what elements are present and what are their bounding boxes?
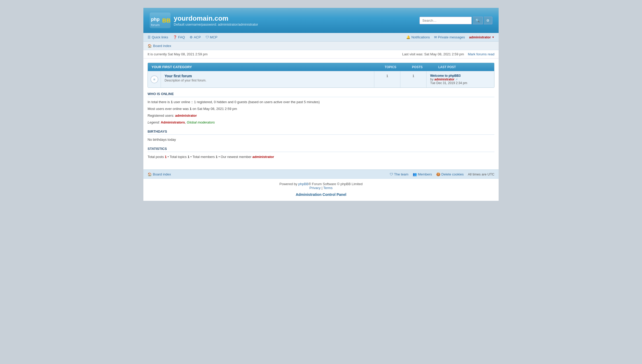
- search-form: 🔍 ⚙: [419, 17, 492, 24]
- hamburger-icon: ☰: [148, 35, 151, 39]
- envelope-icon: ✉: [434, 35, 437, 39]
- notifications-link[interactable]: 🔔 Notifications: [406, 35, 430, 39]
- registered-users-label: Registered users:: [148, 114, 175, 118]
- category-header: YOUR FIRST CATEGORY TOPICS POSTS LAST PO…: [148, 63, 494, 71]
- last-post-date: Tue Dec 31, 2019 2:34 pm: [430, 81, 467, 85]
- phpbb-link[interactable]: phpBB: [298, 182, 308, 186]
- total-posts-count: 1: [165, 155, 167, 159]
- terms-link[interactable]: Terms: [323, 186, 332, 190]
- total-line-rest: user online :: 1 registered, 0 hidden an…: [173, 100, 320, 104]
- acp-link[interactable]: ⚙ ACP: [190, 35, 201, 39]
- last-post-cell: Welcome to phpBB3 by administrator ↗ Tue…: [426, 71, 494, 87]
- forum-name: Your first forum: [165, 74, 370, 78]
- current-time: It is currently Sat May 08, 2021 2:59 pm: [148, 52, 208, 56]
- separator: |: [322, 186, 323, 190]
- admin-control-panel-link[interactable]: Administration Control Panel: [296, 192, 346, 197]
- who-is-online-title: WHO IS ONLINE: [148, 92, 494, 97]
- main-content: YOUR FIRST CATEGORY TOPICS POSTS LAST PO…: [143, 58, 499, 165]
- last-post-by-label: by: [430, 78, 434, 81]
- site-title-block: yourdomain.com Default username/password…: [174, 14, 258, 26]
- shield-icon: 🛡: [206, 35, 209, 39]
- private-messages-link[interactable]: ✉ Private messages: [434, 35, 465, 39]
- last-post-title-link[interactable]: Welcome to phpBB3: [430, 74, 460, 78]
- powered-by-label: Powered by: [279, 182, 298, 186]
- members-link[interactable]: 👥 Members: [413, 172, 432, 176]
- birthdays-content: No birthdays today: [148, 137, 494, 143]
- newest-member-label: • Our newest member: [218, 155, 252, 159]
- breadcrumb-bar: 🏠 Board index: [143, 42, 499, 50]
- navbar-left: ☰ Quick links ❓ FAQ ⚙ ACP 🛡 MCP: [148, 35, 218, 39]
- advanced-search-button[interactable]: ⚙: [484, 17, 492, 24]
- most-users-prefix: Most users ever online was: [148, 107, 190, 111]
- footer-board-index-link[interactable]: 🏠 Board index: [148, 172, 171, 176]
- phpbb-logo: php forum BB: [150, 13, 171, 28]
- total-members-label: • Total members: [189, 155, 215, 159]
- last-post-col-header: LAST POST: [438, 65, 491, 69]
- posts-col-header: POSTS: [412, 65, 423, 69]
- footer-links: Powered by phpBB® Forum Software © phpBB…: [143, 179, 499, 191]
- last-visit-text: Last visit was: Sat May 08, 2021 2:59 pm: [402, 52, 464, 56]
- mark-forums-read-link[interactable]: Mark forums read: [468, 52, 494, 56]
- current-username: administrator: [469, 35, 491, 39]
- faq-link[interactable]: ❓ FAQ: [173, 35, 185, 39]
- logo-section: php forum BB yourdomain.com Default user…: [150, 13, 258, 28]
- birthdays-title: BIRTHDAYS: [148, 130, 494, 135]
- forum-icon-cell: ≡: [148, 71, 161, 87]
- footer-admin: Administration Control Panel: [143, 191, 499, 201]
- registered-users-line: Registered users: administrator: [148, 113, 494, 119]
- column-headers: TOPICS POSTS LAST POST: [385, 65, 491, 69]
- cookie-icon: 🍪: [436, 172, 440, 176]
- registered-user-link[interactable]: administrator: [175, 114, 197, 118]
- posts-count-cell: 1: [400, 71, 426, 87]
- gear-icon: ⚙: [190, 35, 193, 39]
- legend-line: Legend: Administrators, Global moderator…: [148, 120, 494, 125]
- total-posts-label: Total posts: [148, 155, 165, 159]
- forum-description: Description of your first forum.: [165, 79, 370, 82]
- privacy-link[interactable]: Privacy: [310, 186, 321, 190]
- site-tagline: Default username/password: administrator…: [174, 22, 258, 26]
- bell-icon: 🔔: [406, 35, 410, 39]
- who-is-online-content: In total there is 1 user online :: 1 reg…: [148, 99, 494, 105]
- footer-nav: 🏠 Board index 🛡 The team 👥 Members 🍪 Del…: [143, 169, 499, 179]
- view-post-icon[interactable]: ↗: [455, 78, 458, 81]
- newest-member-link[interactable]: administrator: [252, 155, 274, 159]
- powered-rest: ® Forum Software © phpBB Limited: [308, 182, 363, 186]
- footer-right: 🛡 The team 👥 Members 🍪 Delete cookies Al…: [390, 172, 494, 176]
- category-title: YOUR FIRST CATEGORY: [151, 65, 192, 69]
- global-moderators-link[interactable]: Global moderators: [187, 120, 215, 124]
- topics-col-header: TOPICS: [385, 65, 396, 69]
- members-icon: 👥: [413, 172, 417, 176]
- all-times-text: All times are UTC: [468, 172, 494, 176]
- navbar: ☰ Quick links ❓ FAQ ⚙ ACP 🛡 MCP 🔔 Notifi…: [143, 33, 499, 42]
- chevron-down-icon: ▼: [492, 36, 494, 39]
- forum-list-icon: ≡: [153, 77, 155, 81]
- category-block: YOUR FIRST CATEGORY TOPICS POSTS LAST PO…: [148, 63, 494, 88]
- total-topics-label: • Total topics: [167, 155, 188, 159]
- footer-home-icon: 🏠: [148, 172, 152, 176]
- last-visit-section: Last visit was: Sat May 08, 2021 2:59 pm…: [402, 52, 494, 56]
- forum-name-link[interactable]: Your first forum: [165, 74, 192, 78]
- total-members-count: 1: [216, 155, 218, 159]
- quick-links-menu[interactable]: ☰ Quick links: [148, 35, 168, 39]
- delete-cookies-link[interactable]: 🍪 Delete cookies: [436, 172, 464, 176]
- forum-info: Your first forum Description of your fir…: [161, 71, 374, 87]
- mcp-link[interactable]: 🛡 MCP: [206, 35, 218, 39]
- total-line-prefix: In total there is: [148, 100, 171, 104]
- search-input[interactable]: [419, 17, 472, 24]
- team-icon: 🛡: [390, 172, 393, 176]
- forum-icon: ≡: [150, 75, 158, 83]
- statistics-content: Total posts 1 • Total topics 1 • Total m…: [148, 154, 494, 160]
- administrators-link[interactable]: Administrators: [161, 120, 185, 124]
- home-icon: 🏠: [148, 44, 152, 48]
- svg-text:BB: BB: [162, 17, 171, 24]
- most-users-content: Most users ever online was 1 on Sat May …: [148, 106, 494, 112]
- site-header: php forum BB yourdomain.com Default user…: [143, 8, 499, 33]
- svg-text:forum: forum: [151, 23, 160, 27]
- search-button[interactable]: 🔍: [473, 17, 483, 24]
- forum-row: ≡ Your first forum Description of your f…: [148, 71, 494, 87]
- the-team-link[interactable]: 🛡 The team: [390, 172, 408, 176]
- board-index-breadcrumb[interactable]: 🏠 Board index: [148, 44, 171, 48]
- site-name: yourdomain.com: [174, 14, 258, 22]
- user-dropdown[interactable]: administrator ▼: [469, 35, 494, 39]
- last-post-author-link[interactable]: administrator: [434, 78, 454, 81]
